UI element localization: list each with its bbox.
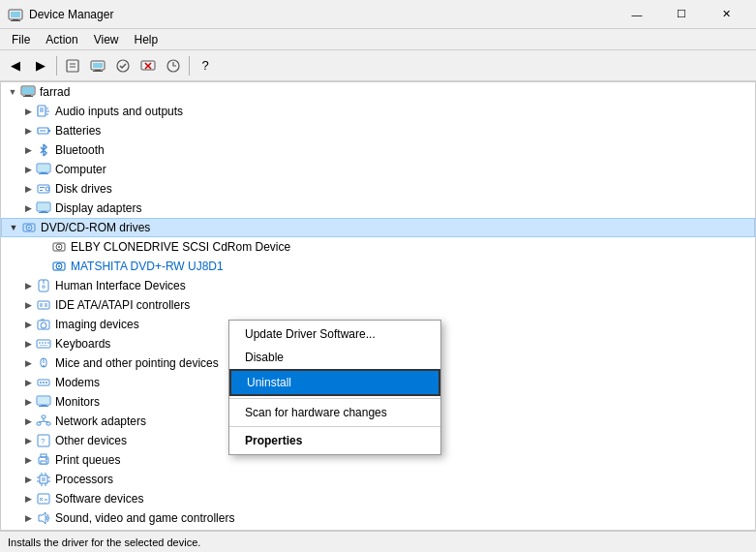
processors-label: Processors xyxy=(55,473,113,486)
close-button[interactable]: ✕ xyxy=(704,0,748,29)
tree-item-software[interactable]: ▶ Software devices xyxy=(1,489,755,508)
tree-item-processors[interactable]: ▶ Processors xyxy=(1,470,755,489)
svg-rect-77 xyxy=(37,422,41,425)
tree-item-dvd[interactable]: ▼ DVD/CD-ROM drives xyxy=(1,218,755,237)
ctx-update-driver[interactable]: Update Driver Software... xyxy=(229,322,440,346)
update-driver-button[interactable] xyxy=(86,54,109,77)
modems-label: Modems xyxy=(55,376,100,389)
tree-item-computer[interactable]: ▶ Computer xyxy=(1,160,755,179)
maximize-button[interactable]: ☐ xyxy=(659,0,704,29)
enable-device-button[interactable] xyxy=(111,54,135,77)
svg-rect-98 xyxy=(38,494,49,504)
display-expand-icon: ▶ xyxy=(20,200,36,216)
svg-rect-19 xyxy=(23,96,33,97)
menu-bar: File Action View Help xyxy=(0,29,756,50)
svg-rect-73 xyxy=(38,397,49,404)
svg-point-67 xyxy=(43,365,45,367)
properties-button[interactable] xyxy=(61,54,84,77)
tree-item-sound[interactable]: ▶ Sound, video and game controllers xyxy=(1,508,755,528)
batteries-icon xyxy=(36,123,51,138)
svg-point-71 xyxy=(45,382,47,383)
svg-point-57 xyxy=(41,322,46,328)
tree-item-bluetooth[interactable]: ▶ Bluetooth xyxy=(1,140,755,160)
tree-root[interactable]: ▼ farrad xyxy=(1,82,755,102)
bluetooth-label: Bluetooth xyxy=(55,143,105,157)
minimize-button[interactable]: — xyxy=(615,0,659,29)
svg-rect-37 xyxy=(38,203,49,210)
svg-rect-29 xyxy=(38,165,49,171)
scan-button[interactable] xyxy=(162,54,185,77)
tree-item-matshita[interactable]: MATSHITA DVD+-RW UJ8D1 xyxy=(1,257,755,276)
help-button[interactable]: ? xyxy=(194,54,217,77)
svg-rect-34 xyxy=(40,187,45,188)
sound-label: Sound, video and game controllers xyxy=(55,511,234,525)
monitors-label: Monitors xyxy=(55,395,100,409)
menu-view[interactable]: View xyxy=(86,31,127,48)
print-label: Print queues xyxy=(55,453,120,467)
svg-rect-75 xyxy=(39,406,48,407)
modems-icon xyxy=(36,375,51,390)
tree-item-display[interactable]: ▶ Display adapters xyxy=(1,199,755,218)
forward-button[interactable]: ▶ xyxy=(29,54,52,77)
svg-rect-39 xyxy=(39,212,48,213)
svg-rect-9 xyxy=(95,70,101,71)
tree-item-audio[interactable]: ▶ Audio inputs and outputs xyxy=(1,102,755,121)
menu-file[interactable]: File xyxy=(4,31,38,48)
computer-device-label: Computer xyxy=(55,163,106,176)
software-expand-icon: ▶ xyxy=(20,491,36,506)
storage-icon xyxy=(36,530,51,531)
bluetooth-icon xyxy=(36,142,51,158)
dvd-icon xyxy=(21,220,37,235)
software-label: Software devices xyxy=(55,492,143,506)
ide-expand-icon: ▶ xyxy=(20,297,36,313)
computer-expand-icon: ▶ xyxy=(20,162,36,177)
svg-rect-53 xyxy=(38,301,49,309)
root-expand-icon: ▼ xyxy=(5,84,20,100)
imaging-label: Imaging devices xyxy=(55,318,139,331)
svg-point-42 xyxy=(28,227,30,229)
modems-expand-icon: ▶ xyxy=(20,375,36,390)
window-controls[interactable]: — ☐ ✕ xyxy=(615,0,748,29)
tree-item-hid[interactable]: ▶ Human Interface Devices xyxy=(1,276,755,295)
svg-rect-35 xyxy=(40,190,43,191)
software-icon xyxy=(36,491,51,506)
menu-help[interactable]: Help xyxy=(127,31,166,48)
svg-point-70 xyxy=(43,382,45,383)
tree-item-batteries[interactable]: ▶ Batteries xyxy=(1,121,755,140)
disk-label: Disk drives xyxy=(55,182,112,196)
uninstall-button[interactable] xyxy=(136,54,160,77)
ctx-disable[interactable]: Disable xyxy=(229,346,440,369)
ide-icon xyxy=(36,297,51,313)
tree-item-disk[interactable]: ▶ Disk drives xyxy=(1,179,755,199)
svg-rect-32 xyxy=(38,185,49,193)
ctx-separator xyxy=(229,398,440,399)
print-icon xyxy=(36,452,51,468)
svg-rect-24 xyxy=(40,107,44,112)
toolbar: ◀ ▶ ? xyxy=(0,50,756,81)
device-tree[interactable]: ▼ farrad ▶ xyxy=(0,81,756,531)
storage-expand-icon: ▶ xyxy=(20,530,36,531)
svg-rect-61 xyxy=(42,342,44,344)
hid-expand-icon: ▶ xyxy=(20,278,36,293)
back-button[interactable]: ◀ xyxy=(4,54,27,77)
batteries-label: Batteries xyxy=(55,124,101,138)
tree-item-ide[interactable]: ▶ IDE ATA/ATAPI controllers xyxy=(1,295,755,315)
status-text: Installs the driver for the selected dev… xyxy=(8,537,200,548)
ctx-separator-2 xyxy=(229,426,440,427)
imaging-icon xyxy=(36,317,51,332)
tree-item-elby[interactable]: ELBY CLONEDRIVE SCSI CdRom Device xyxy=(1,237,755,257)
matshita-icon xyxy=(51,259,67,274)
svg-rect-89 xyxy=(42,477,45,481)
processors-expand-icon: ▶ xyxy=(20,472,36,487)
ctx-uninstall[interactable]: Uninstall xyxy=(229,369,440,396)
elby-icon xyxy=(51,239,67,255)
svg-rect-2 xyxy=(13,19,18,20)
dvd-label: DVD/CD-ROM drives xyxy=(41,221,150,234)
svg-rect-1 xyxy=(11,12,20,17)
computer-icon xyxy=(20,84,36,100)
ctx-properties[interactable]: Properties xyxy=(229,429,440,452)
menu-action[interactable]: Action xyxy=(38,31,85,48)
ctx-scan[interactable]: Scan for hardware changes xyxy=(229,401,440,424)
tree-item-storage[interactable]: ▶ Storage controllers xyxy=(1,528,755,531)
display-icon xyxy=(36,200,51,216)
